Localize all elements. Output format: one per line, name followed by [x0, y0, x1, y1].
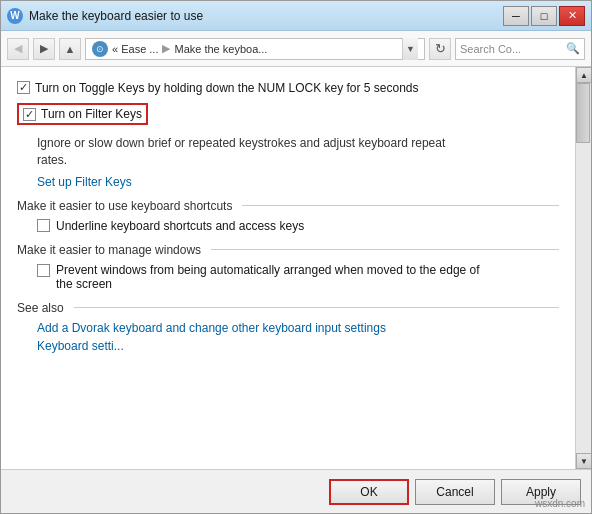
main-window: W Make the keyboard easier to use ─ □ ✕ …	[0, 0, 592, 514]
underline-row: Underline keyboard shortcuts and access …	[37, 219, 559, 233]
address-bar: ◀ ▶ ▲ ⊙ « Ease ... ▶ Make the keyboa... …	[1, 31, 591, 67]
prevent-row: Prevent windows from being automatically…	[37, 263, 559, 291]
breadcrumb-part2: Make the keyboa...	[174, 43, 267, 55]
bottom-bar: OK Cancel Apply wsxdn.com	[1, 469, 591, 513]
title-bar-controls: ─ □ ✕	[503, 6, 585, 26]
maximize-button[interactable]: □	[531, 6, 557, 26]
section-windows: Make it easier to manage windows Prevent…	[17, 243, 559, 291]
refresh-button[interactable]: ↻	[429, 38, 451, 60]
dvorak-link[interactable]: Add a Dvorak keyboard and change other k…	[37, 321, 386, 335]
content-area: ✓ Turn on Toggle Keys by holding down th…	[1, 67, 575, 469]
filter-keys-desc-line1: Ignore or slow down brief or repeated ke…	[37, 136, 445, 150]
filter-keys-description: Ignore or slow down brief or repeated ke…	[37, 135, 559, 189]
toggle-keys-label: Turn on Toggle Keys by holding down the …	[35, 81, 419, 95]
filter-keys-label: Turn on Filter Keys	[41, 107, 142, 121]
section-see-also: See also Add a Dvorak keyboard and chang…	[17, 301, 559, 353]
filter-keys-highlighted-row: ✓ Turn on Filter Keys	[17, 103, 148, 125]
section-windows-label: Make it easier to manage windows	[17, 243, 559, 257]
keyboard-settings-link[interactable]: Keyboard setti...	[37, 339, 124, 353]
scrollbar[interactable]: ▲ ▼	[575, 67, 591, 469]
globe-icon: ⊙	[92, 41, 108, 57]
breadcrumb-separator: ▶	[162, 42, 170, 55]
window-icon-letter: W	[10, 10, 19, 21]
filter-keys-desc-line2: rates.	[37, 153, 67, 167]
prevent-arrange-row: Prevent windows from being automatically…	[37, 263, 559, 291]
back-button[interactable]: ◀	[7, 38, 29, 60]
section-see-also-label: See also	[17, 301, 559, 315]
main-content: ✓ Turn on Toggle Keys by holding down th…	[1, 67, 591, 469]
forward-button[interactable]: ▶	[33, 38, 55, 60]
watermark: wsxdn.com	[535, 498, 585, 509]
cancel-button[interactable]: Cancel	[415, 479, 495, 505]
search-icon: 🔍	[566, 42, 580, 55]
breadcrumb: ⊙ « Ease ... ▶ Make the keyboa... ▼	[85, 38, 425, 60]
title-bar-left: W Make the keyboard easier to use	[7, 8, 203, 24]
up-button[interactable]: ▲	[59, 38, 81, 60]
toggle-keys-row: ✓ Turn on Toggle Keys by holding down th…	[17, 81, 559, 95]
see-also-links: Add a Dvorak keyboard and change other k…	[37, 321, 559, 353]
ok-button[interactable]: OK	[329, 479, 409, 505]
title-bar: W Make the keyboard easier to use ─ □ ✕	[1, 1, 591, 31]
filter-keys-desc: Ignore or slow down brief or repeated ke…	[37, 135, 559, 169]
underline-shortcuts-label: Underline keyboard shortcuts and access …	[56, 219, 304, 233]
toggle-keys-checkbox[interactable]: ✓	[17, 81, 30, 94]
scroll-track[interactable]	[576, 83, 591, 453]
setup-filter-keys-link[interactable]: Set up Filter Keys	[37, 175, 132, 189]
search-box[interactable]: Search Co... 🔍	[455, 38, 585, 60]
underline-shortcuts-row: Underline keyboard shortcuts and access …	[37, 219, 559, 233]
close-button[interactable]: ✕	[559, 6, 585, 26]
breadcrumb-dropdown[interactable]: ▼	[402, 38, 418, 60]
filter-keys-section: ✓ Turn on Filter Keys	[17, 103, 559, 131]
window-icon: W	[7, 8, 23, 24]
scroll-up-arrow[interactable]: ▲	[576, 67, 591, 83]
underline-shortcuts-checkbox[interactable]	[37, 219, 50, 232]
prevent-arrange-checkbox[interactable]	[37, 264, 50, 277]
section-shortcuts-label: Make it easier to use keyboard shortcuts	[17, 199, 559, 213]
scroll-thumb[interactable]	[576, 83, 590, 143]
breadcrumb-part1: « Ease ...	[112, 43, 158, 55]
filter-keys-checkbox[interactable]: ✓	[23, 108, 36, 121]
scroll-down-arrow[interactable]: ▼	[576, 453, 591, 469]
prevent-arrange-label: Prevent windows from being automatically…	[56, 263, 480, 291]
search-placeholder: Search Co...	[460, 43, 562, 55]
section-shortcuts: Make it easier to use keyboard shortcuts…	[17, 199, 559, 233]
minimize-button[interactable]: ─	[503, 6, 529, 26]
window-title: Make the keyboard easier to use	[29, 9, 203, 23]
